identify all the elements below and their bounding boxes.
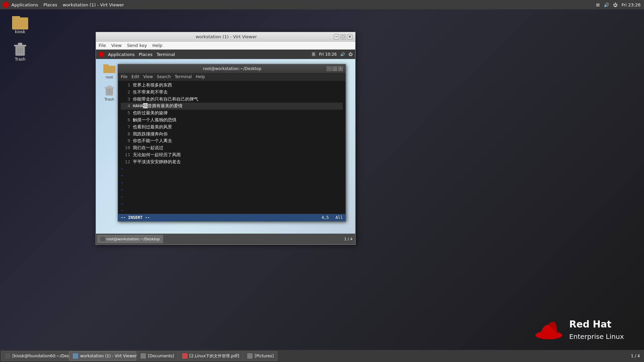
terminal-tilde-line: ~ <box>121 186 343 193</box>
term-menu-search[interactable]: Search <box>157 74 171 79</box>
status-position: 4,5 <box>322 215 329 220</box>
inner-term-icon <box>100 237 105 241</box>
terminal-line: 2生不带来死不带去 <box>121 89 343 96</box>
bottom-item-pdf[interactable]: [2.Linux下的文件管理.pdf] <box>178 351 243 361</box>
virt-minimize-btn[interactable]: ─ <box>334 34 339 40</box>
inner-taskbar-item-terminal[interactable]: root@workstation:~/Desktop <box>97 235 163 243</box>
kiosk-label: kiosk <box>15 29 25 34</box>
status-scroll: All <box>335 215 343 220</box>
bottom-item-kiosk[interactable]: [kiosk@foundation60:~/Desktop] <box>1 351 68 361</box>
inner-trash-icon[interactable]: Trash <box>99 84 119 102</box>
terminal-line: 7也看到过最美的风景 <box>121 124 343 131</box>
docs-label: [Documents] <box>148 354 174 358</box>
inner-trash-svg <box>103 84 115 97</box>
terminal-line: 1世界上有很多的东西 <box>121 82 343 89</box>
bottom-item-docs[interactable]: [Documents] <box>137 351 178 361</box>
inner-applications[interactable]: Applications <box>108 52 135 57</box>
terminal-line: 4HAHA你曾拥有最美的爱情 <box>121 103 343 110</box>
terminal-tilde-line: ~ <box>121 193 343 200</box>
terminal-content[interactable]: 1世界上有很多的东西2生不带来死不带去3你能带走的只有自己和自己的脾气4HAHA… <box>118 80 345 214</box>
trash-svg <box>12 41 28 57</box>
bottom-right: 1 / 4 <box>631 354 643 358</box>
svg-rect-8 <box>103 64 109 66</box>
trash-icon[interactable]: Trash <box>7 41 34 62</box>
terminal-tilde-line: ~ <box>121 166 343 173</box>
virt-viewer-controls: ─ □ ✕ <box>334 34 353 40</box>
pictures-icon <box>247 353 253 359</box>
virt-viewer-title: workstation (1) - Virt Viewer <box>119 34 334 39</box>
terminal-title: root@workstation:~/Desktop <box>138 66 327 71</box>
term-minimize-btn[interactable]: ─ <box>327 66 331 71</box>
terminal-line: 11无论如何一起经历了风雨 <box>121 152 343 159</box>
top-taskbar: Applications Places workstation (1) - Vi… <box>0 0 644 9</box>
terminal-line: 10我们在一起说过 <box>121 144 343 152</box>
inner-panel-items: Applications Places Terminal <box>108 52 175 57</box>
inner-power-icon: ⏻ <box>348 52 353 57</box>
inner-desktop-icons: root Trash <box>99 62 119 102</box>
top-window-title: workstation (1) - Virt Viewer <box>60 2 127 7</box>
virt-menu-sendkey[interactable]: Send key <box>127 43 147 48</box>
power-icon: ⏻ <box>613 2 618 7</box>
docs-icon <box>141 353 146 359</box>
term-close-btn[interactable]: ✕ <box>338 66 343 71</box>
virt-tb-icon <box>73 353 78 359</box>
term-menu-terminal[interactable]: Terminal <box>175 74 192 79</box>
pdf-icon <box>182 353 187 359</box>
bottom-item-virt[interactable]: workstation (1) - Virt Viewer <box>69 351 136 361</box>
terminal-line: 6触摸一个人孤独的恐惧 <box>121 117 343 124</box>
inner-time: Fri 10:26 <box>319 52 337 57</box>
trash-label: Trash <box>15 57 25 62</box>
desktop-icons: kiosk Trash <box>7 13 34 62</box>
terminal-line: 3你能带走的只有自己和自己的脾气 <box>121 96 343 103</box>
term-menu-file[interactable]: File <box>121 74 127 79</box>
inner-taskbar-right: 1 / 4 <box>344 237 354 241</box>
svg-rect-11 <box>108 86 111 87</box>
virt-menu-help[interactable]: Help <box>152 43 162 48</box>
inner-redhat-icon <box>99 52 104 57</box>
bottom-item-pictures[interactable]: [Pictures] <box>244 351 277 361</box>
virt-menu-file[interactable]: File <box>99 43 106 48</box>
virt-viewer-menubar: File View Send key Help <box>96 42 355 50</box>
terminal-menubar: File Edit View Search Terminal Help <box>118 73 345 80</box>
pdf-label: [2.Linux下的文件管理.pdf] <box>190 353 239 359</box>
inner-terminal[interactable]: Terminal <box>157 52 175 57</box>
virt-maximize-btn[interactable]: □ <box>340 34 346 40</box>
terminal-tilde-line: ~ <box>121 172 343 179</box>
bottom-taskbar: [kiosk@foundation60:~/Desktop] workstati… <box>0 350 644 362</box>
virt-close-btn[interactable]: ✕ <box>347 34 353 40</box>
inner-places[interactable]: Places <box>139 52 152 57</box>
inner-desktop: root Trash <box>96 59 355 234</box>
inner-root-label: root <box>106 75 113 79</box>
places-label: Places <box>43 2 57 7</box>
kiosk-folder-icon[interactable]: kiosk <box>7 13 34 34</box>
inner-volume-icon: 🔊 <box>340 52 345 57</box>
virt-menu-view[interactable]: View <box>111 43 122 48</box>
network-icon: ⊞ <box>596 2 600 7</box>
virt-viewer-titlebar: workstation (1) - Virt Viewer ─ □ ✕ <box>96 32 355 42</box>
redhat-icon <box>3 2 9 8</box>
terminal-tilde-line: ~ <box>121 207 343 214</box>
applications-menu[interactable]: Applications <box>0 2 41 8</box>
terminal-line: 5也听过最美的旋律 <box>121 110 343 117</box>
terminal-line: 9你也不能一个人离去 <box>121 137 343 144</box>
terminal-controls: ─ □ ✕ <box>327 66 343 71</box>
redhat-text: Red Hat Enterprise Linux <box>569 319 624 341</box>
term-maximize-btn[interactable]: □ <box>332 66 337 71</box>
status-right: 4,5 All <box>322 215 343 220</box>
clock: Fri 23:26 <box>622 2 641 7</box>
term-menu-help[interactable]: Help <box>196 74 205 79</box>
term-menu-edit[interactable]: Edit <box>131 74 139 79</box>
term-menu-view[interactable]: View <box>143 74 153 79</box>
virt-viewer-window: workstation (1) - Virt Viewer ─ □ ✕ File… <box>96 32 356 245</box>
redhat-logo: Red Hat Enterprise Linux <box>534 318 624 342</box>
svg-rect-2 <box>18 43 22 45</box>
inner-term-label: root@workstation:~/Desktop <box>106 237 160 241</box>
pictures-label: [Pictures] <box>255 354 274 358</box>
bottom-page-num: 1 / 4 <box>631 354 640 358</box>
applications-label: Applications <box>11 2 38 7</box>
inner-trash-label: Trash <box>104 97 114 102</box>
terminal-window: root@workstation:~/Desktop ─ □ ✕ File Ed… <box>118 64 346 222</box>
places-menu[interactable]: Places <box>41 2 60 7</box>
kiosk-term-icon <box>5 353 10 359</box>
inner-root-folder[interactable]: root <box>99 62 119 79</box>
